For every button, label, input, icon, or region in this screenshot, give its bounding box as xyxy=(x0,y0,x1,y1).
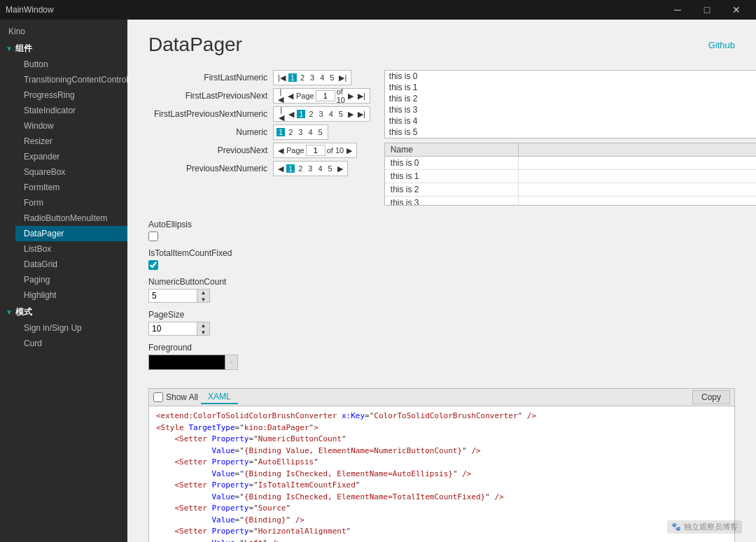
pager-page-3[interactable]: 3 xyxy=(308,73,316,82)
show-all-checkbox[interactable] xyxy=(153,392,163,402)
sidebar: Kino ▼ 组件 Button TransitioningContentCon… xyxy=(0,20,127,542)
color-swatch[interactable] xyxy=(148,355,225,370)
pager-last-btn-1[interactable]: ▶| xyxy=(356,92,367,100)
sidebar-item-progressring[interactable]: ProgressRing xyxy=(15,87,127,103)
pager-input-4[interactable] xyxy=(306,145,326,156)
pager-page-4[interactable]: 4 xyxy=(318,73,326,82)
github-link[interactable]: Github xyxy=(708,40,735,50)
sidebar-item-kino[interactable]: Kino xyxy=(0,24,127,39)
grid-row-1[interactable]: this is 1 xyxy=(385,170,756,183)
sidebar-components-list: Button TransitioningContentControl Progr… xyxy=(0,57,127,303)
pager-first-btn-2[interactable]: |◀ xyxy=(276,106,286,122)
sidebar-item-formitem[interactable]: FormItem xyxy=(15,180,127,195)
control-autoellipsis: AutoEllipsis xyxy=(148,220,735,241)
pager-last-btn-0[interactable]: ▶| xyxy=(337,74,348,82)
page-size-spinner: ▲ ▼ xyxy=(148,322,735,336)
pager-p5-5[interactable]: 5 xyxy=(326,164,335,173)
sidebar-item-listbox[interactable]: ListBox xyxy=(15,241,127,257)
close-button[interactable]: ✕ xyxy=(722,0,750,20)
pager-p2-3[interactable]: 2 xyxy=(286,128,295,136)
grid-row-2[interactable]: this is 2 xyxy=(385,183,756,197)
numeric-btn-count-input[interactable] xyxy=(148,289,197,303)
auto-ellipsis-checkbox[interactable] xyxy=(148,231,158,241)
sidebar-item-curd[interactable]: Curd xyxy=(15,336,127,351)
pager-p3-3[interactable]: 3 xyxy=(296,128,304,136)
pager-next-btn-4[interactable]: ▶ xyxy=(345,147,354,155)
sidebar-item-resizer[interactable]: Resizer xyxy=(15,134,127,149)
list-item-1: this is 1 xyxy=(385,82,756,93)
pager-p4-3[interactable]: 4 xyxy=(306,128,314,136)
page-size-label: PageSize xyxy=(148,310,735,320)
pager-prev-btn-4[interactable]: ◀ xyxy=(276,147,285,155)
pager-p4-5[interactable]: 4 xyxy=(316,164,324,173)
sidebar-item-button[interactable]: Button xyxy=(15,57,127,72)
spin-down-icon: ▼ xyxy=(201,297,206,303)
pager-input-1[interactable] xyxy=(316,90,335,101)
pager-next-btn-5[interactable]: ▶ xyxy=(336,165,344,173)
sidebar-item-radiobuttonmenuitem[interactable]: RadioButtonMenuItem xyxy=(15,211,127,226)
main-content: DataPager Github FirstLastNumeric |◀ 1 2… xyxy=(127,20,756,542)
pager-p2-5[interactable]: 2 xyxy=(296,164,304,173)
titlebar-title: MainWindow xyxy=(6,5,54,15)
pager-page-active-5[interactable]: 1 xyxy=(286,164,295,173)
sidebar-item-window[interactable]: Window xyxy=(15,118,127,134)
numeric-btn-count-label: NumericButtonCount xyxy=(148,277,735,287)
grid-row-0[interactable]: this is 0 xyxy=(385,157,756,170)
grid-row-3[interactable]: this is 3 xyxy=(385,197,756,206)
sidebar-item-expander[interactable]: Expander xyxy=(15,149,127,164)
sidebar-item-datagrid[interactable]: DataGrid xyxy=(15,257,127,272)
numeric-btn-count-spin[interactable]: ▲ ▼ xyxy=(197,289,210,303)
pager-prev-btn-2[interactable]: ◀ xyxy=(287,110,295,118)
control-foreground: Foreground ▼ xyxy=(148,343,735,370)
pager-next-btn-1[interactable]: ▶ xyxy=(346,92,355,100)
control-numericbtncount: NumericButtonCount ▲ ▼ xyxy=(148,277,735,303)
grid-header-empty xyxy=(519,143,756,156)
is-total-checkbox[interactable] xyxy=(148,260,158,270)
list-item-4: this is 4 xyxy=(385,115,756,127)
pager-prev-btn-1[interactable]: ◀ xyxy=(286,92,295,100)
pager-page-5[interactable]: 5 xyxy=(328,73,336,82)
page-size-spin[interactable]: ▲ ▼ xyxy=(197,322,210,336)
sidebar-item-datapager[interactable]: DataPager xyxy=(15,226,127,241)
page-size-input[interactable] xyxy=(148,322,197,336)
pager-first-btn-0[interactable]: |◀ xyxy=(276,74,287,82)
sidebar-item-highlight[interactable]: Highlight xyxy=(15,287,127,303)
pager-p2-2[interactable]: 2 xyxy=(307,110,315,118)
pager-page-2[interactable]: 2 xyxy=(298,73,307,82)
sidebar-item-signin[interactable]: Sign in/Sign Up xyxy=(15,320,127,336)
sidebar-item-transitioning[interactable]: TransitioningContentControl xyxy=(15,72,127,87)
pager-p5-2[interactable]: 5 xyxy=(337,110,345,118)
pager-last-btn-2[interactable]: ▶| xyxy=(356,110,367,118)
sidebar-item-paging[interactable]: Paging xyxy=(15,272,127,287)
pager-control-3: 1 2 3 4 5 xyxy=(273,124,328,140)
pager-prev-btn-5[interactable]: ◀ xyxy=(276,165,285,173)
pager-rows: FirstLastNumeric |◀ 1 2 3 4 5 ▶| xyxy=(148,70,370,206)
demo-area: FirstLastNumeric |◀ 1 2 3 4 5 ▶| xyxy=(127,63,756,213)
watermark: 🐾 独立观察员博客 xyxy=(667,520,742,534)
demo-split: FirstLastNumeric |◀ 1 2 3 4 5 ▶| xyxy=(148,70,735,206)
pager-p4-2[interactable]: 4 xyxy=(327,110,335,118)
color-dropdown-button[interactable]: ▼ xyxy=(225,355,238,370)
pager-p3-5[interactable]: 3 xyxy=(306,164,314,173)
show-all-label: Show All xyxy=(153,392,198,402)
pager-p5-3[interactable]: 5 xyxy=(316,128,325,136)
pager-page-active-0[interactable]: 1 xyxy=(288,73,297,82)
controls-section: AutoEllipsis IsTotalItemCountFixed Numer… xyxy=(127,213,756,384)
grid-cell-1: this is 1 xyxy=(385,170,519,183)
grid-cell-3b xyxy=(519,197,756,206)
pager-p3-2[interactable]: 3 xyxy=(317,110,326,118)
pager-page-active-2[interactable]: 1 xyxy=(297,110,305,118)
minimize-button[interactable]: ─ xyxy=(664,0,692,20)
pager-next-btn-2[interactable]: ▶ xyxy=(346,110,355,118)
maximize-button[interactable]: □ xyxy=(693,0,721,20)
sidebar-item-stateindicator[interactable]: StateIndicator xyxy=(15,103,127,118)
sidebar-item-squarebox[interactable]: SquareBox xyxy=(15,164,127,180)
app-body: Kino ▼ 组件 Button TransitioningContentCon… xyxy=(0,20,756,542)
pager-row-numeric: Numeric 1 2 3 4 5 xyxy=(148,124,370,140)
copy-button[interactable]: Copy xyxy=(692,390,730,404)
pager-page-active-3[interactable]: 1 xyxy=(276,128,285,136)
pager-first-btn-1[interactable]: |◀ xyxy=(276,88,285,104)
xaml-tab[interactable]: XAML xyxy=(201,390,238,404)
watermark-icon: 🐾 xyxy=(671,522,681,532)
sidebar-item-form[interactable]: Form xyxy=(15,195,127,211)
